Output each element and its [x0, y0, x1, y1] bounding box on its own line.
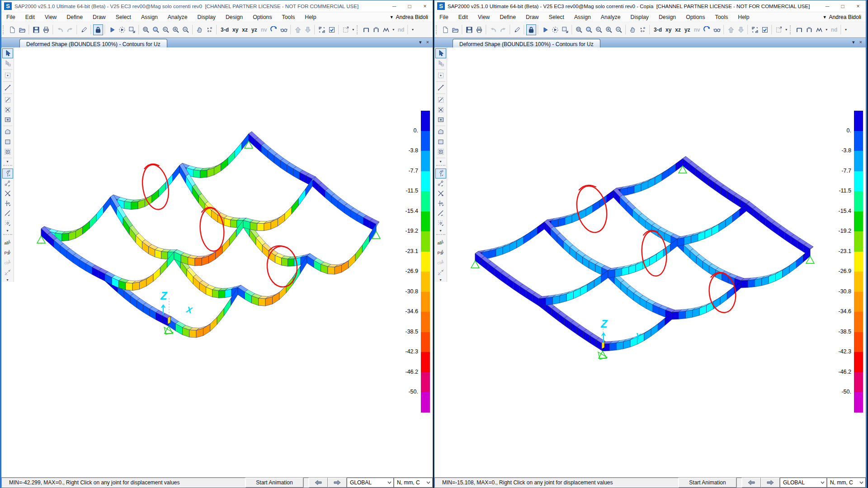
view-yz-button[interactable]: yz [250, 24, 259, 35]
units-select[interactable]: N, mm, C [827, 478, 866, 488]
move-up-icon[interactable] [293, 24, 303, 35]
previous-step-button[interactable] [309, 478, 328, 488]
open-file-icon[interactable] [450, 24, 460, 35]
menu-view[interactable]: View [40, 13, 61, 21]
new-file-icon[interactable] [7, 24, 17, 35]
draw-rect-icon[interactable] [2, 137, 13, 147]
menu-help[interactable]: Help [300, 13, 321, 21]
start-animation-button[interactable]: Start Animation [245, 478, 303, 488]
quick-area-icon[interactable] [2, 147, 13, 157]
more-options-dropdown-icon[interactable]: ▾ [410, 24, 415, 35]
perspective-icon[interactable] [712, 24, 722, 35]
snap-joint-icon[interactable] [435, 169, 446, 178]
view-yz-button[interactable]: yz [683, 24, 692, 35]
close-button[interactable]: × [417, 1, 433, 12]
view-xy-button[interactable]: xy [664, 24, 673, 35]
menu-options[interactable]: Options [681, 13, 710, 21]
snap-mid-icon[interactable] [2, 178, 13, 188]
redo-icon[interactable] [498, 24, 508, 35]
tab-dropdown-icon[interactable]: ▾ [852, 39, 855, 45]
shrink-icon[interactable] [750, 24, 760, 35]
play-icon[interactable] [540, 24, 550, 35]
next-step-button[interactable] [328, 478, 347, 488]
disp-opts-icon[interactable] [774, 24, 784, 35]
sel-all-icon[interactable]: all [2, 238, 13, 248]
quick-frame-icon[interactable] [435, 95, 446, 105]
zoom-prev-icon[interactable] [594, 24, 604, 35]
menu-edit[interactable]: Edit [20, 13, 40, 21]
coordinate-system-select[interactable]: GLOBAL [780, 478, 827, 488]
menu-analyze[interactable]: Analyze [596, 13, 626, 21]
frame-spans-icon[interactable] [371, 24, 381, 35]
menu-options[interactable]: Options [248, 13, 277, 21]
view-3d-button[interactable]: 3-d [652, 24, 664, 35]
snap-int-icon[interactable] [2, 188, 13, 198]
more-options-dropdown-icon[interactable]: ▾ [2, 159, 13, 164]
tab-dropdown-icon[interactable]: ▾ [419, 39, 422, 45]
disp-opts-icon[interactable] [341, 24, 351, 35]
sel-inv-icon[interactable] [2, 267, 13, 277]
draw-braces-icon[interactable] [435, 105, 446, 115]
draw-poly-icon[interactable] [435, 127, 446, 137]
model-view-canvas[interactable]: ZX ▾▾allPSclr▾ 0.-3.8-7.7-11.5-15.4-19.2… [434, 47, 866, 478]
maximize-button[interactable]: □ [402, 1, 417, 12]
show-deformed-icon[interactable] [127, 24, 137, 35]
snap-edge-icon[interactable] [435, 208, 446, 218]
pointer-icon[interactable] [435, 48, 446, 58]
maximize-button[interactable]: □ [835, 1, 850, 12]
more-options-dropdown-icon[interactable]: ▾ [351, 24, 356, 35]
minimize-button[interactable]: ─ [820, 1, 835, 12]
menu-view[interactable]: View [473, 13, 495, 21]
snap-perp-icon[interactable] [435, 198, 446, 208]
draw-frame-icon[interactable] [435, 83, 446, 93]
snap-grid-icon[interactable] [2, 218, 13, 228]
zoom-out-icon[interactable] [614, 24, 624, 35]
reshape-icon[interactable] [2, 58, 13, 68]
move-down-icon[interactable] [736, 24, 746, 35]
more-options-dropdown-icon[interactable]: ▾ [2, 277, 13, 282]
frame-sec-icon[interactable] [794, 24, 804, 35]
draw-poly-icon[interactable] [2, 127, 13, 137]
play-icon[interactable] [107, 24, 117, 35]
zoom-window-icon[interactable] [574, 24, 584, 35]
redo-icon[interactable] [65, 24, 75, 35]
sel-clr-icon[interactable]: clr [2, 258, 13, 267]
menu-file[interactable]: File [434, 13, 453, 21]
draw-frame-icon[interactable] [2, 83, 13, 93]
print-icon[interactable] [474, 24, 484, 35]
menu-tools[interactable]: Tools [277, 13, 300, 21]
more-options-dropdown-icon[interactable]: ▾ [824, 24, 829, 35]
lock-icon[interactable] [526, 24, 536, 35]
start-animation-button[interactable]: Start Animation [679, 478, 736, 488]
user-menu[interactable]: ▼Andrea Bidoli [823, 14, 866, 20]
snap-mid-icon[interactable] [435, 178, 446, 188]
sel-ps-icon[interactable]: PS [435, 248, 446, 258]
move-down-icon[interactable] [303, 24, 313, 35]
move-up-icon[interactable] [726, 24, 736, 35]
node-arrows-icon[interactable] [638, 24, 648, 35]
zoom-window-icon[interactable] [141, 24, 151, 35]
pen-icon[interactable] [79, 24, 89, 35]
titlebar[interactable]: S SAP2000 v25.1.0 Ultimate 64-bit (Beta)… [434, 0, 866, 12]
more-options-dropdown-icon[interactable]: ▾ [784, 24, 789, 35]
zoom-in-icon[interactable] [171, 24, 181, 35]
draw-joint-icon[interactable] [2, 70, 13, 80]
lock-icon[interactable] [93, 24, 103, 35]
draw-rect-icon[interactable] [435, 137, 446, 147]
undo-icon[interactable] [55, 24, 65, 35]
minimize-button[interactable]: ─ [387, 1, 402, 12]
open-file-icon[interactable] [17, 24, 27, 35]
perspective-icon[interactable] [279, 24, 289, 35]
frame-sec-icon[interactable] [361, 24, 371, 35]
menu-help[interactable]: Help [733, 13, 754, 21]
menu-define[interactable]: Define [61, 13, 88, 21]
view-xy-button[interactable]: xy [231, 24, 240, 35]
show-deformed-icon[interactable] [560, 24, 570, 35]
sel-clr-icon[interactable]: clr [435, 258, 446, 267]
zoom-prev-icon[interactable] [161, 24, 171, 35]
menu-assign[interactable]: Assign [136, 13, 163, 21]
coordinate-system-select[interactable]: GLOBAL [347, 478, 394, 488]
menu-design[interactable]: Design [654, 13, 681, 21]
view-xz-button[interactable]: xz [673, 24, 683, 35]
check-box-icon[interactable] [327, 24, 337, 35]
